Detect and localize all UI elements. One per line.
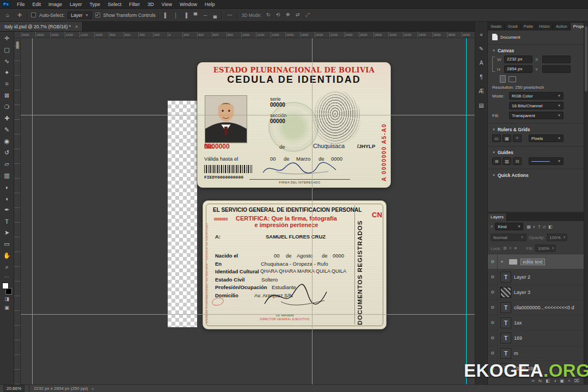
layer-name[interactable]: m xyxy=(514,351,518,356)
layer-name[interactable]: Layer 2 xyxy=(514,274,530,280)
brushes-panel-icon[interactable]: ✎ xyxy=(479,46,483,52)
section-canvas[interactable]: ▼ Canvas xyxy=(492,48,579,53)
landscape-orientation-icon[interactable] xyxy=(509,76,516,82)
ruler-icon[interactable]: ▭ xyxy=(492,134,501,142)
guide-horizontal[interactable] xyxy=(21,314,475,315)
healing-brush-tool[interactable]: ✚ xyxy=(1,113,13,124)
align-top-icon[interactable]: ▀ xyxy=(192,13,199,18)
crop-tool[interactable]: ⌗ xyxy=(1,78,13,90)
169[interactable]: ⊙ ▼ T 169 xyxy=(488,330,584,346)
menu-item[interactable]: Select xyxy=(104,0,125,9)
filter-smart-objects-icon[interactable]: ◧ xyxy=(548,224,553,229)
shape-tool[interactable]: ▭ xyxy=(1,238,13,250)
panel-scrollbar[interactable] xyxy=(584,22,588,384)
guide-layout-icon[interactable]: ▥ xyxy=(503,157,511,165)
character-panel-icon[interactable]: A xyxy=(480,60,483,66)
menu-item[interactable]: View xyxy=(158,0,176,9)
auto-select-dropdown[interactable]: Layer ▼ xyxy=(68,11,91,19)
panel-tab[interactable]: Action xyxy=(553,23,571,30)
zoom-level-input[interactable]: 20.66% xyxy=(3,385,24,392)
1ax[interactable]: ⊙ ▼ T 1ax xyxy=(488,315,584,330)
opacity-select[interactable]: 100%▼ xyxy=(547,234,567,241)
menu-item[interactable]: Layer xyxy=(66,0,86,9)
foreground-color-swatch[interactable] xyxy=(2,283,9,289)
eyedropper-tool[interactable]: ❍ xyxy=(1,101,13,113)
menu-item[interactable]: File xyxy=(13,0,29,9)
snap-icon[interactable]: ⌗ xyxy=(513,134,522,142)
m[interactable]: ⊙ ▼ T m xyxy=(488,346,584,361)
lock-all-icon[interactable]: ■ xyxy=(514,246,517,250)
menu-item[interactable]: Filter xyxy=(125,0,144,9)
type-tool[interactable]: T xyxy=(1,216,13,227)
document-tab[interactable]: Italy id.psd @ 20.7% (RGB/16) * × xyxy=(0,22,83,31)
y-input[interactable] xyxy=(542,65,571,73)
layer-visibility-toggle[interactable]: ⊙ xyxy=(488,300,498,315)
horizontal-ruler[interactable]: 2000180016001400120010008006004002000200… xyxy=(21,32,475,38)
orbit-3d-icon[interactable]: ↻ xyxy=(265,12,272,18)
grid-icon[interactable]: ▦ xyxy=(503,134,511,142)
guide-vertical[interactable] xyxy=(466,38,467,384)
Layer 3[interactable]: ⊙ ▼ T Layer 3 xyxy=(488,285,584,300)
screen-mode-icon[interactable]: ▣ xyxy=(1,303,13,312)
align-center-h-icon[interactable]: │ xyxy=(172,13,179,18)
layer-name[interactable]: 1ax xyxy=(514,320,522,326)
guide-vertical[interactable] xyxy=(32,38,33,384)
fill-select[interactable]: 100%▼ xyxy=(535,244,556,252)
path-selection-tool[interactable]: ➤ xyxy=(1,227,13,238)
align-right-icon[interactable]: ▐ xyxy=(182,13,189,18)
layer-visibility-toggle[interactable]: ⊙ xyxy=(488,270,498,284)
filter-pixel-layers-icon[interactable]: ▦ xyxy=(526,224,531,229)
glyphs-panel-icon[interactable]: Æ xyxy=(479,88,484,94)
layer-visibility-toggle[interactable]: ⊙ xyxy=(488,315,498,330)
menu-item[interactable]: Edit xyxy=(29,0,45,9)
edit-toolbar-icon[interactable]: ⋯ xyxy=(1,273,13,280)
lock-position-icon[interactable]: ✛ xyxy=(509,246,512,250)
layer-filter-kind-select[interactable]: Kind▼ xyxy=(495,223,523,230)
panel-tab[interactable]: Patte xyxy=(521,23,537,30)
move-tool[interactable]: ✛ xyxy=(1,33,13,44)
pen-tool[interactable]: ✒ xyxy=(1,204,13,216)
auto-select-checkbox[interactable] xyxy=(31,13,36,17)
panel-tab[interactable]: Gradi xyxy=(505,23,520,30)
guide-style-select[interactable]: ▼ xyxy=(529,157,564,165)
layer-name[interactable]: Layer 3 xyxy=(514,290,530,295)
layer-name[interactable]: edita text xyxy=(521,259,544,265)
edita text[interactable]: ⊙ ▼ T edita text xyxy=(488,254,584,270)
new-guide-icon[interactable]: ⊞ xyxy=(492,157,501,165)
bit-depth-select[interactable]: 16 Bits/Channel▼ xyxy=(509,102,564,109)
clone-stamp-tool[interactable]: ◉ xyxy=(1,136,13,147)
close-tab-icon[interactable]: × xyxy=(75,24,78,29)
layer-visibility-toggle[interactable]: ⊙ xyxy=(488,285,498,299)
panel-tab[interactable]: Histor xyxy=(536,23,553,30)
align-bottom-icon[interactable]: ▄ xyxy=(211,13,218,18)
brush-tool[interactable]: ✎ xyxy=(1,124,13,136)
align-left-icon[interactable]: ▌ xyxy=(162,13,169,18)
guide-vertical[interactable] xyxy=(312,38,313,384)
chevron-down-icon[interactable]: ▼ xyxy=(500,260,505,264)
panel-tab[interactable]: Swatc xyxy=(488,23,505,30)
vertical-ruler[interactable]: 1000800600400200020040060080010001200140… xyxy=(14,38,21,384)
home-icon[interactable]: ⌂ xyxy=(3,12,12,18)
menu-item[interactable]: Help xyxy=(201,0,219,9)
menu-item[interactable]: Image xyxy=(45,0,66,9)
status-options-icon[interactable]: ▸ xyxy=(92,387,94,390)
gradient-tool[interactable]: ▥ xyxy=(1,170,13,181)
more-options-icon[interactable]: ⋯ xyxy=(225,12,234,18)
align-middle-icon[interactable]: ─ xyxy=(201,13,209,18)
Layer 2[interactable]: ⊙ ▼ T Layer 2 xyxy=(488,270,584,285)
section-quick-actions[interactable]: ▼ Quick Actions xyxy=(492,173,579,178)
hand-tool[interactable]: ✋ xyxy=(1,250,13,261)
x-input[interactable] xyxy=(542,56,571,63)
width-input[interactable]: 2232 px xyxy=(504,56,532,63)
show-transform-checkbox[interactable]: ✓ xyxy=(95,13,100,17)
frame-tool[interactable]: ⊠ xyxy=(1,90,13,101)
collapse-dock-icon[interactable]: « xyxy=(480,32,483,38)
blend-mode-select[interactable]: Normal▼ xyxy=(491,234,526,241)
current-tool-icon[interactable]: ✛ xyxy=(15,12,24,18)
link-dimensions-icon[interactable] xyxy=(492,57,495,72)
menu-item[interactable]: 3D xyxy=(144,0,158,9)
section-rulers-grids[interactable]: ▼ Rulers & Grids xyxy=(492,127,579,132)
blur-tool[interactable]: ◗ xyxy=(1,181,13,193)
layer-visibility-toggle[interactable]: ⊙ xyxy=(488,254,498,269)
section-guides[interactable]: ▼ Guides xyxy=(492,150,579,155)
